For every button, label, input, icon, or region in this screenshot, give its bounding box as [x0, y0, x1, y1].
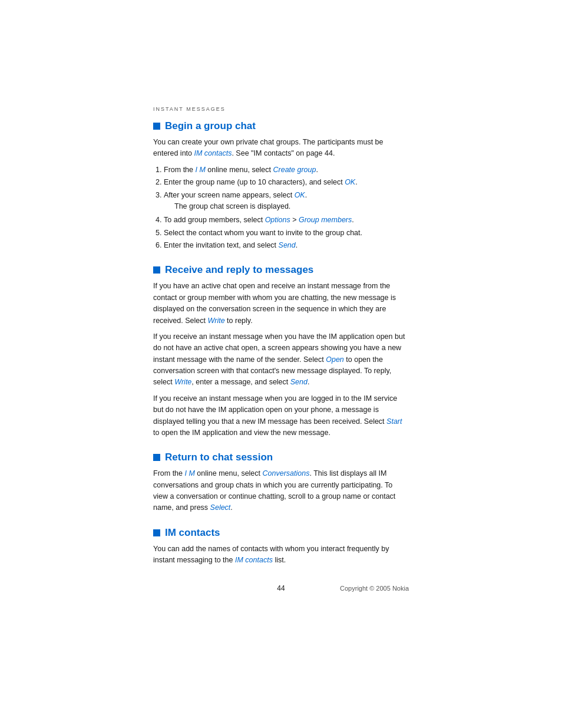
- list-item-6: Enter the invitation text, and select Se…: [164, 240, 409, 251]
- blue-square-icon: [153, 123, 160, 130]
- return-chat-para: From the I M online menu, select Convers…: [153, 468, 409, 514]
- link-options[interactable]: Options: [265, 216, 290, 224]
- section-heading-return-chat: Return to chat session: [153, 452, 409, 463]
- link-create-group[interactable]: Create group: [273, 166, 316, 174]
- page: Instant messages Begin a group chat You …: [0, 0, 562, 728]
- heading-return-chat: Return to chat session: [165, 452, 273, 463]
- section-label: Instant messages: [153, 106, 409, 112]
- receive-reply-para-1: If you have an active chat open and rece…: [153, 281, 409, 327]
- section-receive-reply: Receive and reply to messages If you hav…: [153, 264, 409, 439]
- list-item-2: Enter the group name (up to 10 character…: [164, 177, 409, 188]
- footer: 44 Copyright © 2005 Nokia: [153, 584, 409, 592]
- link-ok-2[interactable]: OK: [295, 191, 305, 199]
- heading-begin-group-chat: Begin a group chat: [165, 120, 256, 132]
- receive-reply-para-2: If you receive an instant message when y…: [153, 331, 409, 388]
- link-im-contacts-2[interactable]: IM contacts: [235, 556, 273, 564]
- link-write-1[interactable]: Write: [207, 317, 224, 325]
- section-heading-receive-reply: Receive and reply to messages: [153, 264, 409, 276]
- blue-square-icon-4: [153, 529, 160, 536]
- section-im-contacts: IM contacts You can add the names of con…: [153, 527, 409, 566]
- heading-im-contacts: IM contacts: [165, 527, 220, 539]
- receive-reply-para-3: If you receive an instant message when y…: [153, 393, 409, 439]
- footer-page-number: 44: [239, 584, 324, 592]
- link-select[interactable]: Select: [210, 503, 231, 512]
- section-begin-group-chat: Begin a group chat You can create your o…: [153, 120, 409, 251]
- im-contacts-para: You can add the names of contacts with w…: [153, 543, 409, 566]
- link-ok-1[interactable]: OK: [345, 178, 355, 186]
- link-open[interactable]: Open: [326, 355, 344, 364]
- blue-square-icon-3: [153, 454, 160, 461]
- link-conversations[interactable]: Conversations: [263, 469, 310, 477]
- begin-group-chat-intro: You can create your own private chat gro…: [153, 137, 409, 160]
- section-heading-im-contacts: IM contacts: [153, 527, 409, 539]
- link-start[interactable]: Start: [386, 417, 402, 426]
- link-send-2[interactable]: Send: [290, 378, 308, 386]
- link-im-contacts-1[interactable]: IM contacts: [194, 149, 232, 157]
- list-item-1: From the I M online menu, select Create …: [164, 164, 409, 176]
- section-return-chat: Return to chat session From the I M onli…: [153, 452, 409, 514]
- list-item-3-indent: The group chat screen is displayed.: [174, 201, 409, 212]
- blue-square-icon-2: [153, 266, 160, 274]
- heading-receive-reply: Receive and reply to messages: [165, 264, 313, 276]
- link-write-2[interactable]: Write: [174, 378, 191, 386]
- link-group-members[interactable]: Group members: [299, 216, 352, 224]
- list-item-4: To add group members, select Options > G…: [164, 215, 409, 226]
- footer-copyright: Copyright © 2005 Nokia: [323, 585, 409, 592]
- link-im-1: I M: [196, 166, 206, 174]
- link-send-1[interactable]: Send: [279, 241, 296, 249]
- list-item-5: Select the contact whom you want to invi…: [164, 228, 409, 239]
- list-item-3: After your screen name appears, select O…: [164, 190, 409, 213]
- begin-group-chat-list: From the I M online menu, select Create …: [164, 164, 409, 252]
- section-heading-begin-group-chat: Begin a group chat: [153, 120, 409, 132]
- link-im-2[interactable]: I M: [185, 469, 195, 477]
